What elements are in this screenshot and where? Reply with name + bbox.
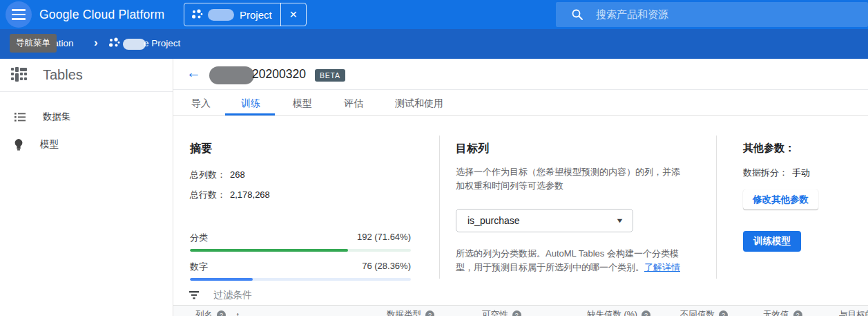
column-header-label: 不同值数 <box>680 309 715 316</box>
data-split-value: 手动 <box>792 167 810 178</box>
nav-menu-tooltip: 导航菜单 <box>10 34 57 53</box>
column-header-label: 列名 <box>195 309 213 316</box>
numeric-bar-group: 数字 76 (28.36%) <box>190 261 411 281</box>
chevron-right-icon: › <box>94 36 98 50</box>
help-icon: ? <box>793 310 802 316</box>
dataset-title: 20200320 <box>252 67 306 82</box>
top-app-bar: Google Cloud Platform Project × <box>0 0 868 29</box>
lightbulb-icon <box>14 138 23 151</box>
redacted-dataset-prefix <box>209 66 254 84</box>
beta-badge: BETA <box>315 69 345 82</box>
sort-ascending-icon: ↑ <box>235 310 240 316</box>
dataset-header: ← 20200320 BETA <box>173 59 868 90</box>
tab-test-use[interactable]: 测试和使用 <box>395 97 443 110</box>
numeric-bar-fill <box>190 278 253 281</box>
column-header-name[interactable]: 列名 ? ↑ <box>195 309 240 316</box>
sidebar-item-datasets[interactable]: 数据集 <box>0 103 173 131</box>
categorical-bar-group: 分类 192 (71.64%) <box>190 232 411 252</box>
target-title: 目标列 <box>456 142 689 156</box>
main-content: ← 20200320 BETA 导入 训练 模型 评估 测试和使用 摘要 总列数… <box>173 59 868 316</box>
schema-table-header: 列名 ? ↑ 数据类型 ? 可空性 ? 缺失值数 (%) ? 不同值数 ? 无效… <box>173 305 868 316</box>
help-icon: ? <box>217 310 226 316</box>
column-header-datatype[interactable]: 数据类型 ? <box>387 309 434 316</box>
project-selector[interactable]: Project × <box>184 3 307 26</box>
categorical-bar-fill <box>190 249 348 252</box>
other-params-section: 其他参数： 数据拆分：手动 修改其他参数 训练模型 <box>743 142 868 252</box>
tab-evaluate[interactable]: 评估 <box>344 97 363 110</box>
target-column-dropdown[interactable]: is_purchase ▼ <box>456 209 633 232</box>
chevron-down-icon: ▼ <box>615 217 624 224</box>
sidebar-item-label: 模型 <box>40 138 59 151</box>
help-icon: ? <box>425 310 434 316</box>
filter-placeholder: 过滤条件 <box>213 289 252 301</box>
target-column-section: 目标列 选择一个作为目标（您希望模型预测的内容）的列，并添加权重和时间列等可选参… <box>456 142 689 275</box>
tab-import[interactable]: 导入 <box>191 97 211 110</box>
tab-bar: 导入 训练 模型 评估 测试和使用 <box>173 90 868 116</box>
project-logo-icon <box>191 9 203 21</box>
project-logo-icon <box>108 37 120 49</box>
total-rows-value: 2,178,268 <box>230 189 270 200</box>
column-header-missing[interactable]: 缺失值数 (%) ? <box>587 309 650 316</box>
help-icon: ? <box>719 310 728 316</box>
tab-model[interactable]: 模型 <box>293 97 312 110</box>
summary-section: 摘要 总列数：268 总行数：2,178,268 分类 192 (71.64%)… <box>190 142 411 281</box>
total-columns-label: 总列数： <box>190 169 226 180</box>
sidebar: Tables 数据集 <box>0 59 173 316</box>
help-icon: ? <box>642 310 650 316</box>
column-header-label: 数据类型 <box>387 309 421 316</box>
search-icon <box>571 8 584 21</box>
section-divider <box>716 136 717 279</box>
search-placeholder: 搜索产品和资源 <box>596 8 668 21</box>
params-title: 其他参数： <box>743 142 868 155</box>
categorical-value: 192 (71.64%) <box>357 232 411 244</box>
sidebar-header: Tables <box>0 59 173 92</box>
column-header-distinct[interactable]: 不同值数 ? <box>680 309 728 316</box>
target-description: 选择一个作为目标（您希望模型预测的内容）的列，并添加权重和时间列等可选参数 <box>456 165 686 193</box>
column-header-label: 与目标的相关性 <box>839 309 868 316</box>
categorical-label: 分类 <box>190 232 208 244</box>
numeric-value: 76 (28.36%) <box>362 261 411 273</box>
total-columns-value: 268 <box>230 169 245 180</box>
column-header-correlation[interactable]: 与目标的相关性 <box>839 309 868 316</box>
gcp-logo: Google Cloud Platform <box>39 0 164 29</box>
categorical-bar-track <box>190 249 411 252</box>
column-header-invalid[interactable]: 无效值 ? <box>763 309 802 316</box>
summary-title: 摘要 <box>190 142 411 156</box>
sidebar-item-models[interactable]: 模型 <box>0 131 173 158</box>
sidebar-title: Tables <box>43 67 83 83</box>
help-icon: ? <box>512 310 521 316</box>
column-header-label: 无效值 <box>763 309 789 316</box>
column-header-label: 缺失值数 (%) <box>587 309 637 316</box>
redacted-project-name <box>208 9 234 21</box>
breadcrumb: Organization › e Project 导航菜单 <box>0 29 868 59</box>
dropdown-value: is_purchase <box>467 215 617 226</box>
target-note: 所选的列为分类数据。AutoML Tables 会构建一个分类模型，用于预测目标… <box>456 247 686 275</box>
tab-train[interactable]: 训练 <box>241 97 260 110</box>
modify-params-button[interactable]: 修改其他参数 <box>743 189 818 210</box>
filter-icon <box>189 290 200 300</box>
sidebar-item-label: 数据集 <box>43 111 71 123</box>
column-header-nullability[interactable]: 可空性 ? <box>482 309 521 316</box>
project-pill-label: Project <box>240 9 272 21</box>
total-rows-label: 总行数： <box>190 189 226 200</box>
hamburger-menu-icon[interactable] <box>6 1 32 28</box>
page: Google Cloud Platform Project × <box>0 0 868 316</box>
numeric-label: 数字 <box>190 261 208 273</box>
data-split-label: 数据拆分： <box>743 167 788 178</box>
active-tab-underline <box>225 113 275 115</box>
section-divider <box>439 136 440 279</box>
redacted-project-name <box>123 39 146 50</box>
learn-more-link[interactable]: 了解详情 <box>644 262 680 272</box>
tables-icon <box>10 66 28 84</box>
breadcrumb-project[interactable]: e Project <box>144 38 180 48</box>
numeric-bar-track <box>190 278 411 281</box>
search-input[interactable]: 搜索产品和资源 <box>556 2 868 27</box>
train-model-button[interactable]: 训练模型 <box>743 231 801 252</box>
close-icon[interactable]: × <box>281 3 306 26</box>
column-header-label: 可空性 <box>482 309 508 316</box>
back-arrow-icon[interactable]: ← <box>186 64 201 81</box>
filter-bar[interactable]: 过滤条件 <box>173 285 868 305</box>
list-icon <box>14 111 26 123</box>
